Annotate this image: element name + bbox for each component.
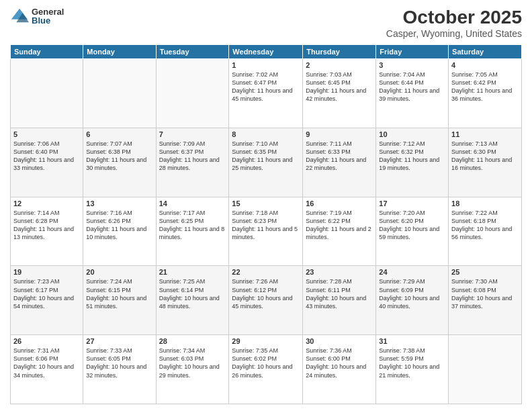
day-info: Sunrise: 7:28 AM Sunset: 6:11 PM Dayligh… — [306, 277, 373, 310]
page: General Blue October 2025 Casper, Wyomin… — [0, 0, 532, 411]
day-info: Sunrise: 7:26 AM Sunset: 6:12 PM Dayligh… — [232, 277, 300, 310]
day-info: Sunrise: 7:33 AM Sunset: 6:05 PM Dayligh… — [86, 347, 152, 379]
day-info: Sunrise: 7:31 AM Sunset: 6:06 PM Dayligh… — [13, 347, 80, 379]
day-info: Sunrise: 7:02 AM Sunset: 6:47 PM Dayligh… — [232, 71, 300, 103]
day-info: Sunrise: 7:09 AM Sunset: 6:37 PM Dayligh… — [159, 140, 226, 173]
day-info: Sunrise: 7:35 AM Sunset: 6:02 PM Dayligh… — [232, 347, 300, 379]
day-number: 29 — [232, 337, 300, 345]
day-number: 27 — [86, 337, 152, 345]
day-info: Sunrise: 7:34 AM Sunset: 6:03 PM Dayligh… — [159, 347, 226, 379]
calendar-cell: 7Sunrise: 7:09 AM Sunset: 6:37 PM Daylig… — [156, 128, 229, 197]
calendar-cell: 22Sunrise: 7:26 AM Sunset: 6:12 PM Dayli… — [229, 266, 303, 335]
day-number: 30 — [306, 337, 373, 345]
day-number: 11 — [451, 130, 519, 138]
day-number: 17 — [379, 199, 445, 208]
calendar-cell: 29Sunrise: 7:35 AM Sunset: 6:02 PM Dayli… — [229, 335, 303, 404]
logo: General Blue — [10, 7, 64, 26]
day-info: Sunrise: 7:24 AM Sunset: 6:15 PM Dayligh… — [86, 277, 152, 310]
day-info: Sunrise: 7:13 AM Sunset: 6:30 PM Dayligh… — [451, 140, 519, 173]
calendar-cell: 27Sunrise: 7:33 AM Sunset: 6:05 PM Dayli… — [83, 335, 156, 404]
day-number: 31 — [379, 337, 445, 345]
day-info: Sunrise: 7:20 AM Sunset: 6:20 PM Dayligh… — [379, 209, 445, 242]
day-number: 7 — [159, 130, 226, 138]
day-info: Sunrise: 7:04 AM Sunset: 6:44 PM Dayligh… — [379, 71, 445, 103]
col-monday: Monday — [83, 45, 156, 59]
day-info: Sunrise: 7:10 AM Sunset: 6:35 PM Dayligh… — [232, 140, 300, 173]
calendar-cell: 25Sunrise: 7:30 AM Sunset: 6:08 PM Dayli… — [449, 266, 522, 335]
calendar-cell: 12Sunrise: 7:14 AM Sunset: 6:28 PM Dayli… — [11, 197, 83, 266]
day-info: Sunrise: 7:25 AM Sunset: 6:14 PM Dayligh… — [159, 277, 226, 310]
day-number: 18 — [451, 199, 519, 208]
month-title: October 2025 — [386, 7, 522, 28]
calendar-cell: 11Sunrise: 7:13 AM Sunset: 6:30 PM Dayli… — [449, 128, 522, 197]
day-info: Sunrise: 7:17 AM Sunset: 6:25 PM Dayligh… — [159, 209, 226, 242]
calendar-cell — [156, 59, 229, 128]
calendar-cell: 5Sunrise: 7:06 AM Sunset: 6:40 PM Daylig… — [11, 128, 83, 197]
calendar-cell: 2Sunrise: 7:03 AM Sunset: 6:45 PM Daylig… — [303, 59, 376, 128]
day-info: Sunrise: 7:07 AM Sunset: 6:38 PM Dayligh… — [86, 140, 152, 173]
col-saturday: Saturday — [449, 45, 522, 59]
calendar-cell: 9Sunrise: 7:11 AM Sunset: 6:33 PM Daylig… — [303, 128, 376, 197]
day-number: 28 — [159, 337, 226, 345]
location-title: Casper, Wyoming, United States — [386, 28, 522, 39]
calendar-cell: 3Sunrise: 7:04 AM Sunset: 6:44 PM Daylig… — [376, 59, 449, 128]
day-number: 24 — [379, 268, 445, 276]
day-number: 19 — [13, 268, 80, 276]
day-info: Sunrise: 7:29 AM Sunset: 6:09 PM Dayligh… — [379, 277, 445, 310]
day-info: Sunrise: 7:18 AM Sunset: 6:23 PM Dayligh… — [232, 209, 300, 242]
day-number: 23 — [306, 268, 373, 276]
calendar-header-row: Sunday Monday Tuesday Wednesday Thursday… — [11, 45, 522, 59]
day-info: Sunrise: 7:19 AM Sunset: 6:22 PM Dayligh… — [306, 209, 373, 242]
day-number: 14 — [159, 199, 226, 208]
calendar-cell — [83, 59, 156, 128]
day-number: 2 — [306, 61, 373, 69]
day-number: 4 — [451, 61, 519, 69]
col-tuesday: Tuesday — [156, 45, 229, 59]
day-number: 26 — [13, 337, 80, 345]
calendar-cell: 10Sunrise: 7:12 AM Sunset: 6:32 PM Dayli… — [376, 128, 449, 197]
calendar-cell: 28Sunrise: 7:34 AM Sunset: 6:03 PM Dayli… — [156, 335, 229, 404]
calendar-cell: 16Sunrise: 7:19 AM Sunset: 6:22 PM Dayli… — [303, 197, 376, 266]
calendar-cell: 26Sunrise: 7:31 AM Sunset: 6:06 PM Dayli… — [11, 335, 83, 404]
calendar-cell — [449, 335, 522, 404]
day-number: 10 — [379, 130, 445, 138]
day-info: Sunrise: 7:05 AM Sunset: 6:42 PM Dayligh… — [451, 71, 519, 103]
day-number: 9 — [306, 130, 373, 138]
day-number: 25 — [451, 268, 519, 276]
day-info: Sunrise: 7:03 AM Sunset: 6:45 PM Dayligh… — [306, 71, 373, 103]
day-info: Sunrise: 7:38 AM Sunset: 5:59 PM Dayligh… — [379, 347, 445, 379]
day-number: 3 — [379, 61, 445, 69]
day-info: Sunrise: 7:23 AM Sunset: 6:17 PM Dayligh… — [13, 277, 80, 310]
calendar-cell: 18Sunrise: 7:22 AM Sunset: 6:18 PM Dayli… — [449, 197, 522, 266]
calendar-week-2: 5Sunrise: 7:06 AM Sunset: 6:40 PM Daylig… — [11, 128, 522, 197]
calendar-week-1: 1Sunrise: 7:02 AM Sunset: 6:47 PM Daylig… — [11, 59, 522, 128]
calendar-week-4: 19Sunrise: 7:23 AM Sunset: 6:17 PM Dayli… — [11, 266, 522, 335]
day-info: Sunrise: 7:14 AM Sunset: 6:28 PM Dayligh… — [13, 209, 80, 242]
calendar-cell: 17Sunrise: 7:20 AM Sunset: 6:20 PM Dayli… — [376, 197, 449, 266]
calendar-cell: 23Sunrise: 7:28 AM Sunset: 6:11 PM Dayli… — [303, 266, 376, 335]
day-info: Sunrise: 7:16 AM Sunset: 6:26 PM Dayligh… — [86, 209, 152, 242]
logo-text: General Blue — [32, 7, 64, 25]
day-info: Sunrise: 7:06 AM Sunset: 6:40 PM Dayligh… — [13, 140, 80, 173]
calendar-cell: 30Sunrise: 7:36 AM Sunset: 6:00 PM Dayli… — [303, 335, 376, 404]
col-thursday: Thursday — [303, 45, 376, 59]
day-number: 13 — [86, 199, 152, 208]
calendar-cell: 13Sunrise: 7:16 AM Sunset: 6:26 PM Dayli… — [83, 197, 156, 266]
calendar-cell: 6Sunrise: 7:07 AM Sunset: 6:38 PM Daylig… — [83, 128, 156, 197]
calendar-cell: 20Sunrise: 7:24 AM Sunset: 6:15 PM Dayli… — [83, 266, 156, 335]
logo-icon — [10, 7, 29, 26]
day-number: 5 — [13, 130, 80, 138]
calendar-cell: 4Sunrise: 7:05 AM Sunset: 6:42 PM Daylig… — [449, 59, 522, 128]
day-number: 16 — [306, 199, 373, 208]
day-number: 8 — [232, 130, 300, 138]
day-info: Sunrise: 7:11 AM Sunset: 6:33 PM Dayligh… — [306, 140, 373, 173]
day-info: Sunrise: 7:30 AM Sunset: 6:08 PM Dayligh… — [451, 277, 519, 310]
calendar-cell: 14Sunrise: 7:17 AM Sunset: 6:25 PM Dayli… — [156, 197, 229, 266]
calendar-cell: 21Sunrise: 7:25 AM Sunset: 6:14 PM Dayli… — [156, 266, 229, 335]
day-number: 15 — [232, 199, 300, 208]
col-sunday: Sunday — [11, 45, 83, 59]
day-info: Sunrise: 7:12 AM Sunset: 6:32 PM Dayligh… — [379, 140, 445, 173]
calendar-cell: 8Sunrise: 7:10 AM Sunset: 6:35 PM Daylig… — [229, 128, 303, 197]
day-number: 22 — [232, 268, 300, 276]
col-wednesday: Wednesday — [229, 45, 303, 59]
